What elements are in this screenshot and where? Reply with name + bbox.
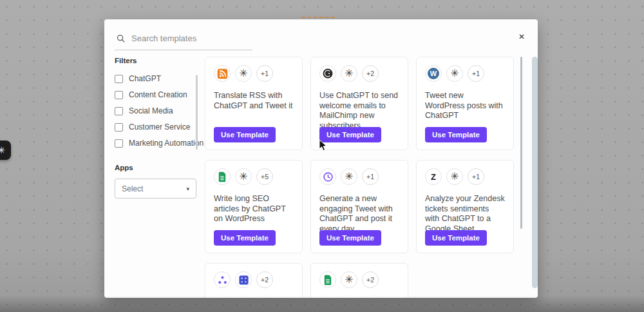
template-card-mailchimp-welcome[interactable]: ✳ +2 Use ChatGPT to send welcome emails … <box>310 57 408 150</box>
template-title: Analyze your Zendesk tickets sentiments … <box>425 194 505 234</box>
checkbox-chatgpt[interactable] <box>115 75 123 83</box>
canvas-module-openai[interactable]: ✳ <box>0 141 11 160</box>
apps-filter: Apps Select ▾ <box>115 164 196 199</box>
template-card-partial-1[interactable]: +2 <box>205 263 303 298</box>
apps-title: Apps <box>115 164 196 171</box>
chatgpt-icon: ✳ <box>341 65 357 82</box>
app-icon-row: +2 <box>214 271 294 288</box>
more-apps-badge: +5 <box>256 168 273 185</box>
filter-label: Customer Service <box>129 122 190 132</box>
use-template-button[interactable]: Use Template <box>319 127 381 142</box>
app-icon-row: Z ✳ +1 <box>425 168 505 185</box>
zendesk-icon: Z <box>425 168 442 185</box>
use-template-button[interactable]: Use Template <box>425 230 487 246</box>
google-sheets-icon <box>319 271 336 288</box>
template-title: Generate a new engaging Tweet with ChatG… <box>319 194 399 234</box>
filters-title: Filters <box>115 57 200 64</box>
apps-select-value: Select <box>122 184 143 193</box>
filter-option-marketing-automation[interactable]: Marketing Automation <box>115 139 200 148</box>
template-card-wordpress-tweet[interactable]: W ✳ +1 Tweet new WordPress posts with Ch… <box>416 57 514 150</box>
apps-select[interactable]: Select ▾ <box>115 179 196 199</box>
chatgpt-icon: ✳ <box>446 168 463 185</box>
datastore-icon <box>235 271 252 288</box>
filter-option-social-media[interactable]: Social Media <box>115 106 200 115</box>
more-apps-badge: +1 <box>468 65 484 82</box>
use-template-button[interactable]: Use Template <box>425 127 487 142</box>
filter-option-chatgpt[interactable]: ChatGPT <box>115 74 200 83</box>
chatgpt-icon: ✳ <box>235 168 252 185</box>
template-title: Write long SEO articles by ChatGPT on Wo… <box>214 194 294 224</box>
more-apps-badge: +1 <box>256 65 273 82</box>
use-template-button[interactable]: Use Template <box>214 127 276 142</box>
checkbox-social-media[interactable] <box>115 107 123 115</box>
more-apps-badge: +1 <box>468 168 484 185</box>
app-icon-row: W ✳ +1 <box>425 65 505 82</box>
filter-label: Content Creation <box>129 90 187 99</box>
scenario-canvas-background: ✳ ✕ Filters ChatGPT Conten <box>0 0 644 312</box>
filter-option-content-creation[interactable]: Content Creation <box>115 90 200 99</box>
filter-label: ChatGPT <box>129 74 161 83</box>
more-apps-badge: +2 <box>256 271 273 288</box>
mailchimp-icon <box>319 65 336 82</box>
checkbox-marketing-automation[interactable] <box>115 139 123 148</box>
rss-icon <box>214 65 231 82</box>
more-apps-badge: +1 <box>362 168 379 185</box>
use-template-button[interactable]: Use Template <box>319 230 381 246</box>
use-template-button[interactable]: Use Template <box>214 230 276 246</box>
app-icon-row: ✳ +1 <box>319 168 399 185</box>
filter-option-customer-service[interactable]: Customer Service <box>115 122 200 132</box>
search-input[interactable] <box>131 34 247 43</box>
app-icon-row: ✳ +2 <box>319 271 399 288</box>
modal-scrollbar-thumb[interactable] <box>532 57 538 288</box>
more-apps-badge: +2 <box>362 65 379 82</box>
wordpress-icon: W <box>425 65 442 82</box>
chatgpt-icon: ✳ <box>446 65 463 82</box>
close-icon[interactable]: ✕ <box>516 31 527 43</box>
template-card-zendesk-sentiment[interactable]: Z ✳ +1 Analyze your Zendesk tickets sent… <box>416 160 514 253</box>
search-bar <box>115 30 258 50</box>
filters-scrollbar[interactable] <box>196 75 198 150</box>
template-card-daily-tweet[interactable]: ✳ +1 Generate a new engaging Tweet with … <box>310 160 408 253</box>
chatgpt-icon: ✳ <box>235 65 252 82</box>
search-underline <box>115 50 252 50</box>
chevron-down-icon: ▾ <box>186 186 189 192</box>
template-card-seo-articles[interactable]: ✳ +5 Write long SEO articles by ChatGPT … <box>205 160 303 253</box>
filter-label: Social Media <box>129 106 173 115</box>
app-icon-row: ✳ +1 <box>214 65 294 82</box>
scheduler-clock-icon <box>319 168 336 185</box>
google-sheets-icon <box>214 168 231 185</box>
grid-scrollbar-thumb[interactable] <box>520 57 522 229</box>
app-icon-row: ✳ +5 <box>214 168 294 185</box>
templates-modal: ✕ Filters ChatGPT Content Creation Socia… <box>104 19 538 298</box>
checkbox-customer-service[interactable] <box>115 123 123 132</box>
template-card-translate-rss[interactable]: ✳ +1 Translate RSS with ChatGPT and Twee… <box>205 57 303 150</box>
chatgpt-icon: ✳ <box>341 271 357 288</box>
search-icon <box>116 34 126 43</box>
checkbox-content-creation[interactable] <box>115 91 123 99</box>
more-apps-badge: +2 <box>362 271 379 288</box>
cluster-icon <box>214 271 231 288</box>
openai-module-icon: ✳ <box>0 145 5 155</box>
template-card-partial-2[interactable]: ✳ +2 <box>310 263 408 298</box>
filters-sidebar: Filters ChatGPT Content Creation Social … <box>115 57 200 155</box>
template-title: Use ChatGPT to send welcome emails to Ma… <box>319 91 399 131</box>
app-icon-row: ✳ +2 <box>319 65 399 82</box>
template-title: Tweet new WordPress posts with ChatGPT <box>425 91 505 121</box>
chatgpt-icon: ✳ <box>341 168 357 185</box>
template-title: Translate RSS with ChatGPT and Tweet it <box>214 91 294 111</box>
templates-grid: ✳ +1 Translate RSS with ChatGPT and Twee… <box>205 57 514 298</box>
filter-label: Marketing Automation <box>129 139 204 148</box>
canvas-dashed-connector <box>301 17 335 18</box>
